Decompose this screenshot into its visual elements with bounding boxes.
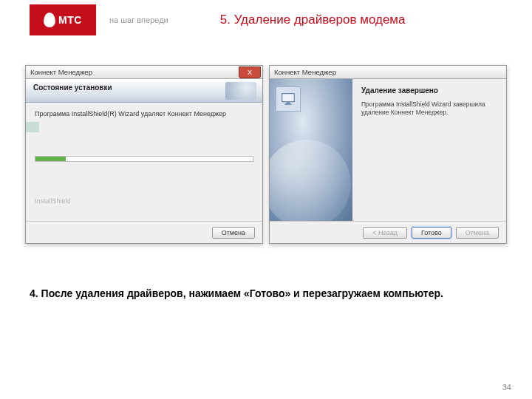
svg-rect-2	[284, 103, 291, 104]
logo-egg-icon	[44, 13, 55, 27]
dialog-heading: Состояние установки	[26, 79, 262, 103]
cancel-button[interactable]: Отмена	[212, 227, 255, 239]
uninstall-complete-dialog: Коннект Менеджер Удаление завершено Прог…	[269, 65, 507, 244]
close-icon: X	[248, 69, 252, 76]
tagline: на шаг впереди	[109, 16, 168, 24]
progress-fill	[35, 157, 66, 161]
page-number: 34	[502, 383, 511, 392]
titlebar: Коннект Менеджер X	[26, 66, 262, 79]
finish-button[interactable]: Готово	[412, 227, 451, 239]
complete-message: Программа InstallShield Wizard завершила…	[361, 100, 497, 117]
heading-text: Состояние установки	[33, 83, 112, 92]
wizard-side-art	[270, 79, 352, 221]
monitor-icon	[276, 86, 301, 112]
close-button[interactable]: X	[239, 66, 261, 78]
status-message: Программа InstallShield(R) Wizard удаляе…	[35, 110, 253, 117]
page-title: 5. Удаление драйверов модема	[220, 13, 406, 27]
logo-text: МТС	[58, 14, 82, 26]
step-caption: 4. После удаления драйверов, нажимаем «Г…	[0, 244, 532, 301]
dialog-footer: < Назад Готово Отмена	[270, 221, 506, 243]
back-button[interactable]: < Назад	[363, 227, 407, 239]
uninstall-progress-dialog: Коннект Менеджер X Состояние установки П…	[25, 65, 263, 244]
window-title: Коннект Менеджер	[30, 68, 92, 76]
dialog-body: Удаление завершено Программа InstallShie…	[270, 79, 506, 221]
dialog-content: Удаление завершено Программа InstallShie…	[352, 79, 506, 221]
installshield-brand: InstallShield	[35, 197, 253, 205]
screenshots-row: Коннект Менеджер X Состояние установки П…	[0, 35, 532, 244]
complete-heading: Удаление завершено	[361, 86, 497, 95]
window-title: Коннект Менеджер	[274, 68, 336, 76]
dialog-body: Программа InstallShield(R) Wizard удаляе…	[26, 103, 262, 221]
cancel-button[interactable]: Отмена	[456, 227, 499, 239]
svg-rect-1	[286, 103, 290, 104]
slide-header: МТС на шаг впереди 5. Удаление драйверов…	[0, 0, 532, 35]
progress-bar	[35, 156, 253, 162]
titlebar: Коннект Менеджер	[270, 66, 506, 79]
dialog-footer: Отмена	[26, 221, 262, 243]
svg-rect-0	[282, 94, 295, 102]
mts-logo: МТС	[30, 4, 96, 35]
